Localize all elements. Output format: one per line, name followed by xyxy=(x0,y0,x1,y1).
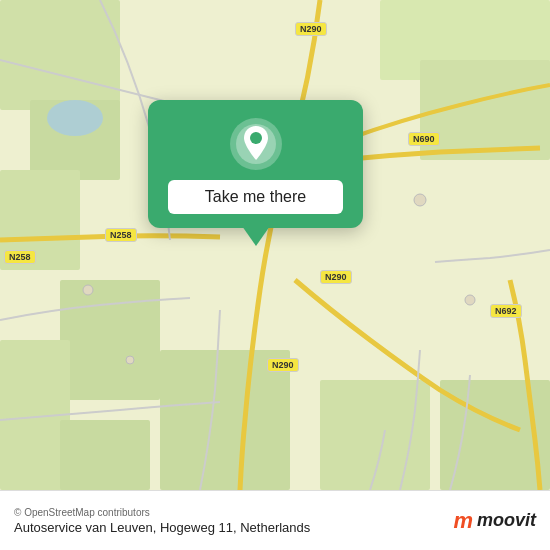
footer: © OpenStreetMap contributors Autoservice… xyxy=(0,490,550,550)
copyright-text: © OpenStreetMap contributors xyxy=(14,507,310,518)
svg-point-14 xyxy=(126,356,134,364)
svg-rect-10 xyxy=(60,420,150,490)
moovit-logo: m moovit xyxy=(453,508,536,534)
svg-rect-1 xyxy=(0,0,120,110)
svg-rect-4 xyxy=(60,280,160,400)
svg-point-16 xyxy=(465,295,475,305)
take-me-there-button[interactable]: Take me there xyxy=(168,180,343,214)
footer-left: © OpenStreetMap contributors Autoservice… xyxy=(14,507,310,535)
location-pin-icon xyxy=(230,118,282,170)
road-badge-n290-2: N290 xyxy=(320,270,352,284)
svg-point-12 xyxy=(47,100,103,136)
road-badge-n692: N692 xyxy=(490,304,522,318)
address-text: Autoservice van Leuven, Hogeweg 11, Neth… xyxy=(14,520,310,535)
road-badge-n258-2: N258 xyxy=(4,250,36,264)
map-svg xyxy=(0,0,550,490)
svg-point-15 xyxy=(414,194,426,206)
road-badge-n690-1: N690 xyxy=(408,132,440,146)
moovit-m-icon: m xyxy=(453,508,473,534)
map-container[interactable]: N290 N290 N290 N690 N690 N692 N258 N258 … xyxy=(0,0,550,490)
moovit-brand-name: moovit xyxy=(477,510,536,531)
road-badge-n290-1: N290 xyxy=(295,22,327,36)
svg-point-19 xyxy=(250,132,262,144)
road-badge-n290-3: N290 xyxy=(267,358,299,372)
popup-card: Take me there xyxy=(148,100,363,228)
road-badge-n258-1: N258 xyxy=(105,228,137,242)
svg-point-13 xyxy=(83,285,93,295)
